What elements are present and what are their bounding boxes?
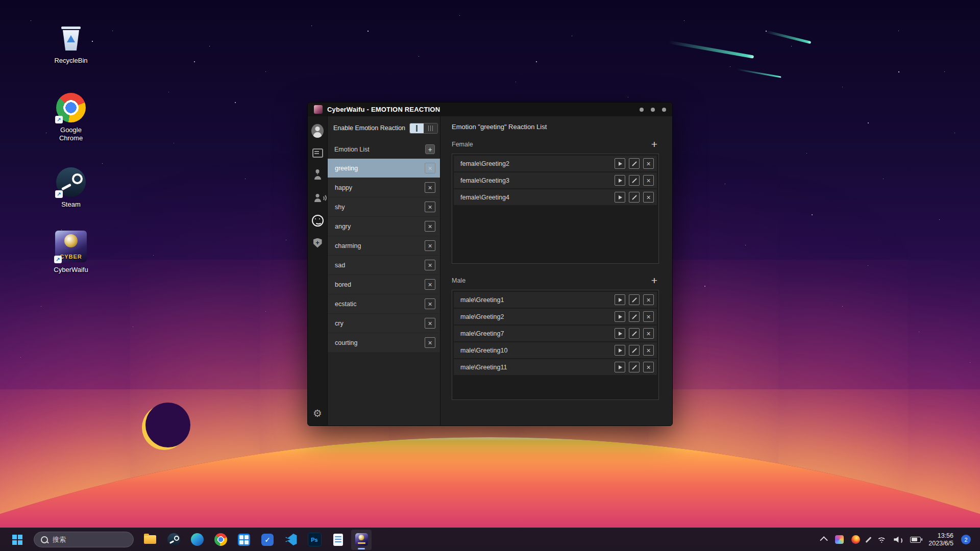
- taskbar-icon-photoshop[interactable]: Ps: [304, 530, 325, 550]
- taskbar-search[interactable]: 搜索: [34, 532, 134, 547]
- play-reaction-button[interactable]: [615, 328, 625, 339]
- delete-emotion-button[interactable]: [425, 221, 435, 232]
- delete-emotion-button[interactable]: [425, 260, 435, 270]
- taskbar-icon-steam[interactable]: [163, 530, 184, 550]
- delete-reaction-button[interactable]: [643, 294, 654, 305]
- taskbar-clock[interactable]: 13:56 2023/6/5: [928, 532, 953, 547]
- emotion-list-item[interactable]: courting: [328, 333, 440, 352]
- close-button[interactable]: [662, 108, 666, 112]
- play-reaction-button[interactable]: [615, 362, 625, 372]
- emotion-name: greeting: [335, 165, 425, 172]
- reaction-path: male\Greeting7: [460, 330, 611, 337]
- delete-reaction-button[interactable]: [643, 192, 654, 203]
- emotion-list-item[interactable]: ecstatic: [328, 294, 440, 313]
- plugin-tab[interactable]: [311, 237, 324, 249]
- edit-reaction-button[interactable]: [629, 311, 640, 322]
- taskbar-icon-vscode[interactable]: [281, 530, 301, 550]
- taskbar-icon-todo[interactable]: [257, 530, 278, 550]
- start-button[interactable]: [7, 530, 28, 550]
- close-icon: [646, 313, 650, 321]
- sidebar-icon-rail: [308, 116, 327, 425]
- delete-emotion-button[interactable]: [425, 182, 435, 193]
- play-reaction-button[interactable]: [615, 175, 625, 186]
- delete-reaction-button[interactable]: [643, 328, 654, 339]
- notification-badge[interactable]: 2: [961, 535, 971, 544]
- delete-emotion-button[interactable]: [425, 337, 435, 348]
- emotion-list-item[interactable]: greeting: [328, 159, 440, 178]
- minimize-button[interactable]: [640, 108, 644, 112]
- delete-emotion-button[interactable]: [425, 240, 435, 251]
- enable-emotion-reaction-toggle[interactable]: [409, 123, 438, 134]
- delete-emotion-button[interactable]: [425, 298, 435, 309]
- edit-reaction-button[interactable]: [629, 328, 640, 339]
- female-section-label: Female: [452, 141, 473, 148]
- edit-reaction-button[interactable]: [629, 158, 640, 169]
- delete-reaction-button[interactable]: [643, 158, 654, 169]
- emotion-list-item[interactable]: happy: [328, 178, 440, 197]
- firefox-icon[interactable]: [851, 535, 860, 544]
- taskbar-icon-store[interactable]: [234, 530, 254, 550]
- delete-emotion-button[interactable]: [425, 163, 435, 173]
- reaction-panel: Emotion "greeting" Reaction List Female …: [440, 116, 672, 425]
- edit-reaction-button[interactable]: [629, 175, 640, 186]
- wifi-icon[interactable]: [877, 536, 886, 543]
- play-reaction-button[interactable]: [615, 294, 625, 305]
- close-icon: [428, 222, 432, 231]
- tray-chevron-up-icon[interactable]: [820, 536, 828, 544]
- window-titlebar[interactable]: CyberWaifu - EMOTION REACTION: [308, 103, 672, 116]
- taskbar-icon-edge[interactable]: [187, 530, 207, 550]
- reaction-path: male\Greeting2: [460, 313, 611, 320]
- add-male-reaction-button[interactable]: [650, 275, 659, 286]
- add-female-reaction-button[interactable]: [650, 139, 659, 149]
- emotion-list-item[interactable]: cry: [328, 314, 440, 333]
- profile-tab[interactable]: [311, 124, 324, 137]
- desktop-icon-steam[interactable]: Steam: [45, 167, 96, 209]
- battery-icon[interactable]: [910, 537, 921, 543]
- close-icon: [428, 300, 432, 308]
- add-emotion-button[interactable]: [425, 144, 435, 154]
- tray-app-icon[interactable]: [835, 535, 844, 544]
- reaction-row: female\Greeting2: [454, 156, 657, 171]
- delete-emotion-button[interactable]: [425, 202, 435, 212]
- desktop-icon-cyberwaifu[interactable]: CYBER CyberWaifu: [45, 231, 96, 274]
- taskbar-icon-file-explorer[interactable]: [140, 530, 160, 550]
- pen-icon[interactable]: [866, 536, 872, 542]
- taskbar-icon-notepad[interactable]: [328, 530, 348, 550]
- desktop-icon-chrome[interactable]: Google Chrome: [45, 93, 96, 142]
- play-reaction-button[interactable]: [615, 192, 625, 203]
- edit-reaction-button[interactable]: [629, 362, 640, 372]
- taskbar-icon-chrome[interactable]: [210, 530, 231, 550]
- emotion-list-item[interactable]: bored: [328, 275, 440, 294]
- delete-emotion-button[interactable]: [425, 318, 435, 329]
- delete-reaction-button[interactable]: [643, 311, 654, 322]
- play-reaction-button[interactable]: [615, 158, 625, 169]
- edit-icon: [632, 178, 637, 183]
- delete-reaction-button[interactable]: [643, 362, 654, 372]
- toggle-off-segment: [424, 123, 437, 133]
- edit-reaction-button[interactable]: [629, 294, 640, 305]
- delete-emotion-button[interactable]: [425, 279, 435, 290]
- play-reaction-button[interactable]: [615, 345, 625, 356]
- contacts-tab[interactable]: [311, 169, 324, 182]
- emotion-list-item[interactable]: angry: [328, 217, 440, 236]
- reaction-row: male\Greeting1: [454, 292, 657, 308]
- volume-icon[interactable]: [894, 536, 902, 543]
- emotion-list-item[interactable]: sad: [328, 256, 440, 274]
- emotion-tab[interactable]: [311, 214, 324, 227]
- maximize-button[interactable]: [651, 108, 655, 112]
- desktop-icon-recycle-bin[interactable]: RecycleBin: [45, 27, 96, 65]
- play-reaction-button[interactable]: [615, 311, 625, 322]
- settings-button[interactable]: [311, 407, 324, 419]
- edit-reaction-button[interactable]: [629, 192, 640, 203]
- emotion-list-item[interactable]: charming: [328, 236, 440, 255]
- edit-reaction-button[interactable]: [629, 345, 640, 356]
- chat-tab[interactable]: [311, 147, 324, 159]
- taskbar-icon-cyberwaifu[interactable]: [351, 530, 372, 550]
- emotion-list-item[interactable]: shy: [328, 197, 440, 216]
- delete-reaction-button[interactable]: [643, 345, 654, 356]
- reaction-row: male\Greeting7: [454, 325, 657, 341]
- emotion-list-panel: Enable Emotion Reaction Emotion List gre…: [327, 116, 440, 425]
- delete-reaction-button[interactable]: [643, 175, 654, 186]
- desktop-icon-label: Google Chrome: [52, 126, 90, 142]
- voice-tab[interactable]: [311, 192, 324, 204]
